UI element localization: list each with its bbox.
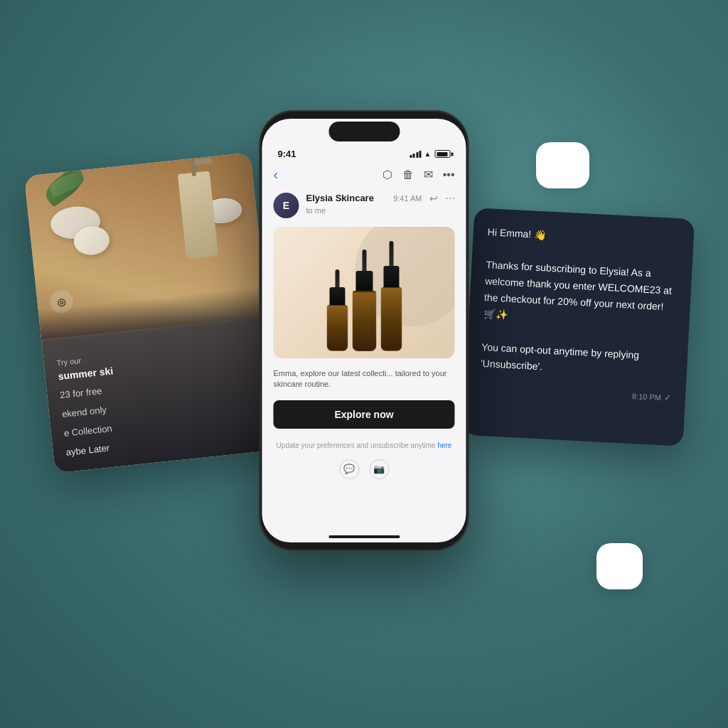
phone-device: 9:41 ▲ ‹ ⬡ 🗑 ✉ (259, 110, 469, 551)
nav-actions: ⬡ 🗑 ✉ ••• (382, 168, 455, 181)
signal-bar-4 (419, 151, 422, 158)
dropper-stem-3 (389, 241, 393, 266)
phone-screen: 9:41 ▲ ‹ ⬡ 🗑 ✉ (262, 119, 466, 542)
signal-bar-3 (416, 152, 418, 158)
signal-bar-2 (413, 154, 415, 158)
card-text-area: Try our summer ski 23 for free ekend onl… (42, 323, 282, 473)
email-footer: Update your preferences and unsubscribe … (262, 434, 466, 454)
sender-row: Elysia Skincare 9:41 AM (306, 193, 422, 203)
bottle-body-2 (352, 291, 376, 351)
mail-icon[interactable]: ✉ (424, 168, 433, 181)
sms-greeting: Hi Emma! 👋 (487, 226, 546, 240)
bottle-cap-3 (383, 266, 399, 287)
serum-bottle-1 (326, 269, 348, 351)
decorative-rect-top (536, 142, 589, 188)
whatsapp-icon-glyph: 💬 (343, 464, 355, 474)
wifi-icon: ▲ (424, 150, 432, 158)
status-bar: 9:41 ▲ (262, 139, 466, 162)
signal-bars (410, 151, 422, 158)
serum-bottle-2 (352, 250, 376, 351)
bottle-body-3 (380, 287, 402, 351)
status-time: 9:41 (278, 149, 296, 159)
sms-time: 8:10 PM (632, 390, 662, 405)
social-icons-row: 💬 📷 (262, 454, 466, 485)
email-nav: ‹ ⬡ 🗑 ✉ ••• (262, 162, 466, 187)
spray-bottle (178, 171, 218, 259)
dropper-stem-2 (362, 250, 366, 271)
sms-card: Hi Emma! 👋 Thanks for subscribing to Ely… (463, 208, 695, 446)
more-icon[interactable]: ••• (443, 168, 455, 181)
email-header-actions: ↩ ⋯ (429, 193, 455, 204)
left-card: ◎ Try our summer ski 23 for free ekend o… (24, 152, 282, 473)
sms-footer: 8:10 PM ✓ (479, 382, 672, 405)
sms-checkmark: ✓ (663, 391, 671, 405)
whatsapp-social-icon[interactable]: 💬 (339, 459, 359, 479)
product-image-area (274, 227, 455, 358)
bottle-cap-1 (329, 287, 345, 305)
instagram-social-icon[interactable]: 📷 (369, 459, 389, 479)
unsubscribe-link[interactable]: here (437, 441, 451, 449)
sms-text: Hi Emma! 👋 Thanks for subscribing to Ely… (481, 224, 680, 382)
archive-icon[interactable]: ⬡ (382, 168, 392, 181)
explore-now-button[interactable]: Explore now (274, 400, 455, 429)
home-indicator[interactable] (328, 535, 400, 538)
back-button[interactable]: ‹ (274, 166, 279, 183)
serum-bottle-3 (380, 241, 402, 351)
email-header: E Elysia Skincare 9:41 AM to me ↩ ⋯ (262, 187, 466, 224)
email-time: 9:41 AM (393, 194, 422, 203)
decorative-rect-bottom (596, 543, 643, 589)
phone-notch (328, 122, 400, 141)
serum-bottles (326, 241, 402, 358)
trash-icon[interactable]: 🗑 (402, 168, 414, 181)
status-icons: ▲ (410, 150, 450, 158)
battery-icon (435, 150, 451, 158)
email-more-icon[interactable]: ⋯ (445, 193, 455, 204)
email-body: Emma, explore our latest collecti... tai… (262, 361, 466, 395)
sender-name: Elysia Skincare (306, 193, 374, 203)
email-recipient: to me (306, 206, 326, 215)
bottle-body-1 (326, 305, 348, 351)
instagram-icon-glyph: 📷 (373, 464, 385, 474)
avatar-initials: E (283, 200, 289, 211)
signal-bar-1 (410, 155, 412, 158)
sender-avatar: E (274, 193, 299, 218)
bottle-cap-2 (355, 271, 373, 291)
leaf-decoration (41, 165, 88, 208)
scene: ◎ Try our summer ski 23 for free ekend o… (0, 0, 728, 728)
footer-text: Update your preferences and unsubscribe … (277, 441, 438, 449)
sms-body: Thanks for subscribing to Elysia! As a w… (481, 259, 673, 372)
reply-icon[interactable]: ↩ (429, 193, 438, 204)
dropper-stem-1 (335, 269, 339, 287)
email-meta: Elysia Skincare 9:41 AM to me (306, 193, 422, 216)
